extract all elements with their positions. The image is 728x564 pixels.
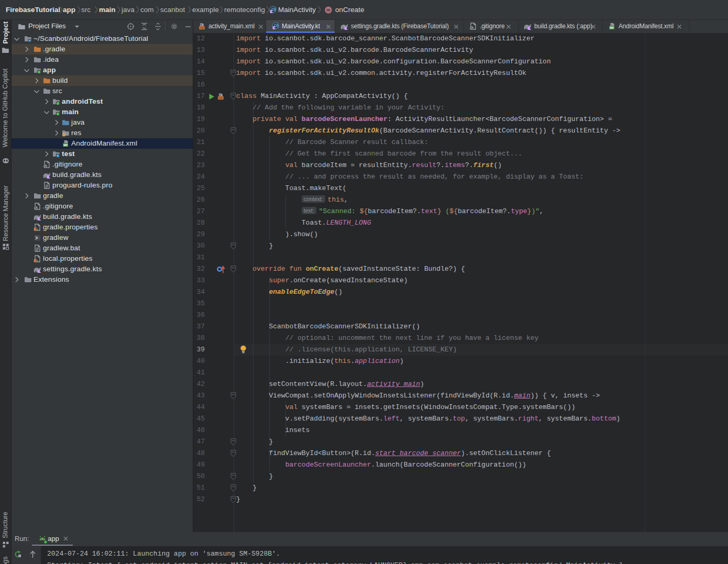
svg-text:<>: <> [219,96,223,99]
svg-text:MF: MF [63,143,68,147]
svg-text:<>: <> [200,26,204,29]
svg-text:MF: MF [610,26,614,29]
svg-text:m: m [326,7,330,13]
